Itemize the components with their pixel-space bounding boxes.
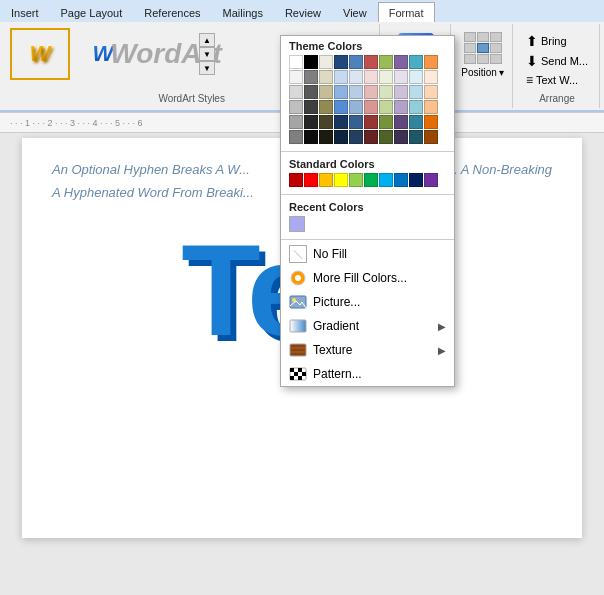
- theme-color-cell[interactable]: [379, 70, 393, 84]
- picture-item[interactable]: Picture...: [281, 290, 454, 314]
- theme-color-cell[interactable]: [379, 55, 393, 69]
- standard-color-cell[interactable]: [409, 173, 423, 187]
- theme-color-cell[interactable]: [364, 115, 378, 129]
- theme-color-cell[interactable]: [364, 55, 378, 69]
- text-wrap-button[interactable]: ≡ Text W...: [523, 72, 591, 88]
- theme-color-cell[interactable]: [334, 100, 348, 114]
- theme-color-cell[interactable]: [364, 85, 378, 99]
- theme-color-cell[interactable]: [349, 115, 363, 129]
- theme-color-cell[interactable]: [304, 85, 318, 99]
- gradient-item[interactable]: Gradient ▶: [281, 314, 454, 338]
- tab-view[interactable]: View: [332, 2, 378, 22]
- theme-color-cell[interactable]: [379, 130, 393, 144]
- theme-color-cell[interactable]: [319, 100, 333, 114]
- theme-color-cell[interactable]: [334, 115, 348, 129]
- theme-color-cell[interactable]: [349, 100, 363, 114]
- tab-mailings[interactable]: Mailings: [212, 2, 274, 22]
- theme-color-cell[interactable]: [349, 70, 363, 84]
- theme-color-cell[interactable]: [424, 100, 438, 114]
- position-button[interactable]: Position ▾: [461, 67, 504, 78]
- theme-color-cell[interactable]: [424, 55, 438, 69]
- wordart-scroll-more[interactable]: ▼: [199, 61, 215, 75]
- theme-color-cell[interactable]: [349, 85, 363, 99]
- theme-color-cell[interactable]: [424, 115, 438, 129]
- wordart-scroll[interactable]: ▲ ▼ ▼: [199, 33, 215, 75]
- theme-color-cell[interactable]: [409, 55, 423, 69]
- theme-colors-title: Theme Colors: [289, 40, 446, 52]
- svg-rect-13: [290, 376, 294, 380]
- theme-color-cell[interactable]: [319, 130, 333, 144]
- pattern-item[interactable]: Pattern...: [281, 362, 454, 386]
- standard-color-cell[interactable]: [349, 173, 363, 187]
- theme-color-cell[interactable]: [304, 130, 318, 144]
- tab-insert[interactable]: Insert: [0, 2, 50, 22]
- theme-color-cell[interactable]: [409, 85, 423, 99]
- wordart-sample-1[interactable]: W: [10, 28, 70, 80]
- theme-color-cell[interactable]: [424, 70, 438, 84]
- theme-color-cell[interactable]: [379, 85, 393, 99]
- theme-color-cell[interactable]: [334, 85, 348, 99]
- standard-color-cell[interactable]: [289, 173, 303, 187]
- more-fill-colors-item[interactable]: More Fill Colors...: [281, 266, 454, 290]
- text-wrap-icon: ≡: [526, 73, 533, 87]
- theme-color-cell[interactable]: [319, 70, 333, 84]
- theme-color-cell[interactable]: [334, 130, 348, 144]
- wordart-scroll-down[interactable]: ▼: [199, 47, 215, 61]
- theme-color-cell[interactable]: [379, 100, 393, 114]
- theme-color-cell[interactable]: [394, 115, 408, 129]
- theme-color-cell[interactable]: [289, 70, 303, 84]
- standard-color-cell[interactable]: [319, 173, 333, 187]
- wordart-scroll-up[interactable]: ▲: [199, 33, 215, 47]
- tab-page-layout[interactable]: Page Layout: [50, 2, 134, 22]
- theme-color-cell[interactable]: [304, 100, 318, 114]
- theme-color-cell[interactable]: [319, 115, 333, 129]
- theme-color-cell[interactable]: [394, 130, 408, 144]
- position-group: Position ▾: [453, 24, 513, 108]
- theme-color-cell[interactable]: [289, 100, 303, 114]
- standard-color-cell[interactable]: [304, 173, 318, 187]
- theme-color-cell[interactable]: [319, 85, 333, 99]
- theme-color-cell[interactable]: [289, 55, 303, 69]
- wordart-sample-3[interactable]: WordArt: [136, 28, 196, 80]
- theme-color-cell[interactable]: [394, 85, 408, 99]
- standard-color-cell[interactable]: [334, 173, 348, 187]
- theme-color-cell[interactable]: [409, 70, 423, 84]
- theme-color-cell[interactable]: [289, 130, 303, 144]
- theme-color-cell[interactable]: [334, 70, 348, 84]
- standard-color-cell[interactable]: [424, 173, 438, 187]
- texture-item[interactable]: Texture ▶: [281, 338, 454, 362]
- no-fill-item[interactable]: No Fill: [281, 242, 454, 266]
- tab-format[interactable]: Format: [378, 2, 435, 22]
- send-label: Send M...: [541, 55, 588, 67]
- bring-to-front-button[interactable]: ⬆ Bring: [523, 32, 591, 50]
- theme-color-cell[interactable]: [364, 70, 378, 84]
- send-to-back-button[interactable]: ⬇ Send M...: [523, 52, 591, 70]
- standard-color-cell[interactable]: [364, 173, 378, 187]
- theme-color-cell[interactable]: [379, 115, 393, 129]
- theme-color-cell[interactable]: [304, 55, 318, 69]
- theme-color-cell[interactable]: [409, 115, 423, 129]
- theme-color-cell[interactable]: [289, 115, 303, 129]
- theme-color-cell[interactable]: [289, 85, 303, 99]
- theme-color-cell[interactable]: [349, 130, 363, 144]
- theme-color-cell[interactable]: [394, 70, 408, 84]
- tab-references[interactable]: References: [133, 2, 211, 22]
- theme-color-cell[interactable]: [424, 130, 438, 144]
- theme-color-cell[interactable]: [319, 55, 333, 69]
- theme-color-cell[interactable]: [394, 55, 408, 69]
- standard-color-cell[interactable]: [379, 173, 393, 187]
- recent-color-cell[interactable]: [289, 216, 305, 232]
- theme-color-cell[interactable]: [304, 70, 318, 84]
- theme-color-cell[interactable]: [304, 115, 318, 129]
- theme-color-cell[interactable]: [424, 85, 438, 99]
- divider-2: [281, 194, 454, 195]
- theme-color-cell[interactable]: [364, 100, 378, 114]
- standard-color-cell[interactable]: [394, 173, 408, 187]
- theme-color-cell[interactable]: [409, 130, 423, 144]
- tab-review[interactable]: Review: [274, 2, 332, 22]
- theme-color-cell[interactable]: [394, 100, 408, 114]
- theme-color-cell[interactable]: [364, 130, 378, 144]
- theme-color-cell[interactable]: [334, 55, 348, 69]
- theme-color-cell[interactable]: [409, 100, 423, 114]
- theme-color-cell[interactable]: [349, 55, 363, 69]
